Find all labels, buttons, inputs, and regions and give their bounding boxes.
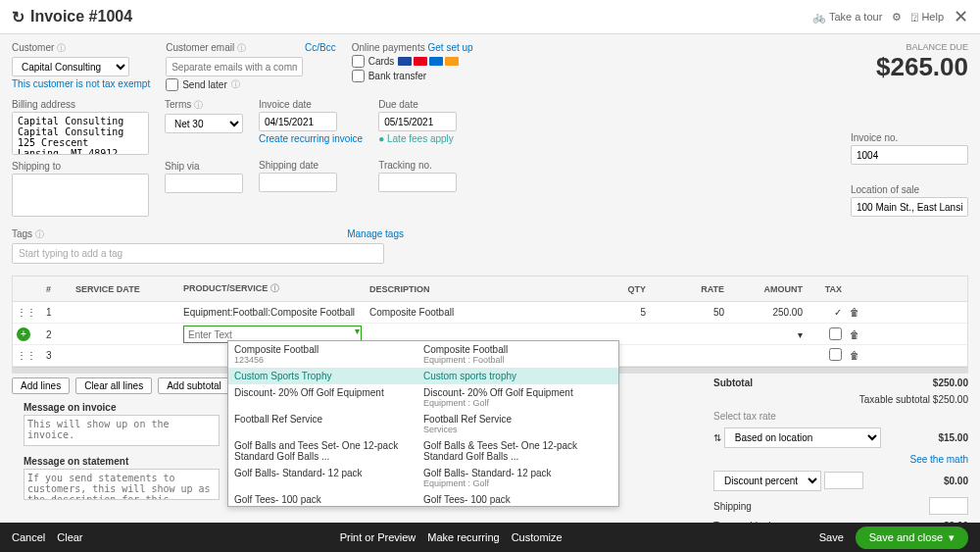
- table-row[interactable]: ⋮⋮ 1 Equipment:Football:Composite Footba…: [13, 302, 967, 324]
- late-fees[interactable]: Late fees apply: [387, 133, 454, 144]
- balance-due: BALANCE DUE $265.00: [876, 42, 968, 82]
- add-icon[interactable]: +: [17, 327, 30, 341]
- duedate-input[interactable]: [378, 112, 457, 131]
- col-date: SERVICE DATE: [72, 282, 179, 296]
- invdate-input[interactable]: [259, 112, 337, 131]
- add-lines-button[interactable]: Add lines: [12, 377, 70, 394]
- history-icon[interactable]: ↻: [12, 8, 24, 26]
- swap-icon[interactable]: ⇅: [713, 432, 721, 443]
- col-amount: AMOUNT: [728, 282, 807, 296]
- tax-checkbox[interactable]: [829, 327, 842, 340]
- app-header: ↻ Invoice #1004 🚲 Take a tour ⚙ ⍰ Help ✕: [0, 0, 980, 34]
- right-fields: Invoice no. Location of sale: [851, 132, 968, 217]
- recurring-link[interactable]: Create recurring invoice: [259, 133, 363, 144]
- col-num: #: [42, 282, 72, 296]
- table-header: # SERVICE DATE PRODUCT/SERVICE ⓘ DESCRIP…: [13, 276, 967, 302]
- tax-select[interactable]: Based on location: [724, 427, 881, 448]
- invno-input[interactable]: [851, 145, 968, 165]
- card-icons: [398, 57, 459, 66]
- taxable-subtotal: Taxable subtotal $250.00: [859, 394, 968, 405]
- dropdown-item[interactable]: Discount- 20% Off Golf EquipmentDiscount…: [228, 384, 618, 411]
- save-button[interactable]: Save: [819, 531, 844, 543]
- shipping-to-label: Shipping to: [12, 161, 149, 172]
- msg-invoice-label: Message on invoice: [24, 402, 220, 413]
- drag-handle-icon[interactable]: ⋮⋮: [13, 348, 42, 363]
- shipvia-input[interactable]: [165, 174, 243, 193]
- tax-checkbox[interactable]: [829, 348, 842, 361]
- chevron-down-icon[interactable]: ▾: [949, 531, 955, 544]
- tax-amount: $15.00: [938, 432, 968, 443]
- msg-invoice-input[interactable]: [24, 415, 220, 446]
- tags-input[interactable]: Start typing to add a tag: [12, 243, 384, 264]
- tax-exempt-link[interactable]: This customer is not tax exempt: [12, 78, 150, 89]
- billing-label: Billing address: [12, 99, 149, 110]
- trash-icon[interactable]: 🗑: [846, 348, 875, 363]
- print-button[interactable]: Print or Preview: [340, 531, 416, 543]
- msg-statement-input[interactable]: [24, 469, 220, 500]
- help-link[interactable]: ⍰ Help: [911, 11, 944, 23]
- cancel-button[interactable]: Cancel: [12, 531, 45, 543]
- clear-lines-button[interactable]: Clear all lines: [75, 377, 152, 394]
- trash-icon[interactable]: 🗑: [846, 305, 875, 320]
- clear-button[interactable]: Clear: [57, 531, 82, 543]
- col-rate: RATE: [650, 282, 728, 296]
- bank-checkbox[interactable]: [352, 70, 365, 82]
- row-customer: Customer ⓘ Capital Consulting This custo…: [12, 42, 968, 91]
- shipdate-input[interactable]: [259, 173, 337, 192]
- balance-amount: $265.00: [876, 52, 968, 82]
- title-text: Invoice #1004: [30, 8, 132, 25]
- dropdown-item[interactable]: Custom Sports TrophyCustom sports trophy: [228, 368, 618, 384]
- customize-button[interactable]: Customize: [512, 531, 563, 543]
- discount-input[interactable]: [824, 472, 863, 489]
- add-subtotal-button[interactable]: Add subtotal: [158, 377, 230, 394]
- terms-select[interactable]: Net 30: [165, 114, 243, 133]
- duedate-label: Due date: [378, 99, 457, 110]
- email-input[interactable]: [166, 57, 303, 76]
- cards-checkbox[interactable]: [352, 55, 365, 68]
- ccbcc-link[interactable]: Cc/Bcc: [305, 42, 336, 53]
- chevron-down-icon[interactable]: ▾: [355, 326, 360, 336]
- dropdown-item[interactable]: Composite Football123456Composite Footba…: [228, 341, 618, 368]
- header-actions: 🚲 Take a tour ⚙ ⍰ Help ✕: [812, 6, 968, 27]
- dropdown-item[interactable]: Golf Tees- 100 packGolf Tees- 100 packEq…: [228, 491, 618, 507]
- info-icon[interactable]: ⓘ: [237, 43, 246, 53]
- tracking-input[interactable]: [378, 173, 457, 192]
- discount-amount: $0.00: [944, 476, 968, 486]
- subtotal-value: $250.00: [933, 377, 968, 388]
- save-close-button[interactable]: Save and close ▾: [856, 527, 968, 549]
- recurring-button[interactable]: Make recurring: [427, 531, 499, 543]
- trash-icon[interactable]: 🗑: [846, 327, 875, 342]
- see-math-link[interactable]: See the math: [910, 454, 968, 465]
- shipping-label: Shipping: [713, 501, 752, 512]
- tags-row: Tags ⓘ Manage tags Start typing to add a…: [12, 228, 404, 264]
- shipdate-label: Shipping date: [259, 160, 363, 171]
- shipvia-label: Ship via: [165, 161, 243, 172]
- loc-input[interactable]: [851, 197, 968, 217]
- dropdown-item[interactable]: Football Ref ServiceFootball Ref Service…: [228, 411, 618, 437]
- shipping-textarea[interactable]: [12, 174, 149, 217]
- col-product: PRODUCT/SERVICE: [183, 283, 268, 293]
- footer-bar: Cancel Clear Print or Preview Make recur…: [0, 523, 980, 552]
- discount-select[interactable]: Discount percent: [713, 471, 821, 491]
- take-tour-link[interactable]: 🚲 Take a tour: [812, 11, 882, 24]
- totals: Subtotal$250.00 Taxable subtotal $250.00…: [713, 377, 968, 531]
- send-later-checkbox[interactable]: [166, 78, 178, 91]
- form-area: BALANCE DUE $265.00 Customer ⓘ Capital C…: [0, 34, 980, 272]
- tracking-label: Tracking no.: [378, 160, 457, 171]
- manage-tags-link[interactable]: Manage tags: [347, 228, 404, 239]
- msg-statement-label: Message on statement: [24, 456, 220, 467]
- setup-link[interactable]: Get set up: [427, 42, 472, 53]
- dropdown-item[interactable]: Golf Balls- Standard- 12 packGolf Balls-…: [228, 465, 618, 491]
- invno-label: Invoice no.: [851, 132, 968, 143]
- drag-handle-icon[interactable]: ⋮⋮: [13, 305, 42, 320]
- col-desc: DESCRIPTION: [366, 282, 591, 296]
- info-icon[interactable]: ⓘ: [57, 43, 66, 53]
- dropdown-item[interactable]: Golf Balls and Tees Set- One 12-pack Sta…: [228, 437, 618, 465]
- shipping-input[interactable]: [929, 497, 968, 515]
- customer-select[interactable]: Capital Consulting: [12, 57, 129, 76]
- gear-icon[interactable]: ⚙: [892, 11, 902, 24]
- invdate-label: Invoice date: [259, 99, 363, 110]
- close-icon[interactable]: ✕: [954, 6, 968, 27]
- billing-textarea[interactable]: Capital Consulting Capital Consulting 12…: [12, 112, 149, 155]
- email-label: Customer email: [166, 42, 234, 53]
